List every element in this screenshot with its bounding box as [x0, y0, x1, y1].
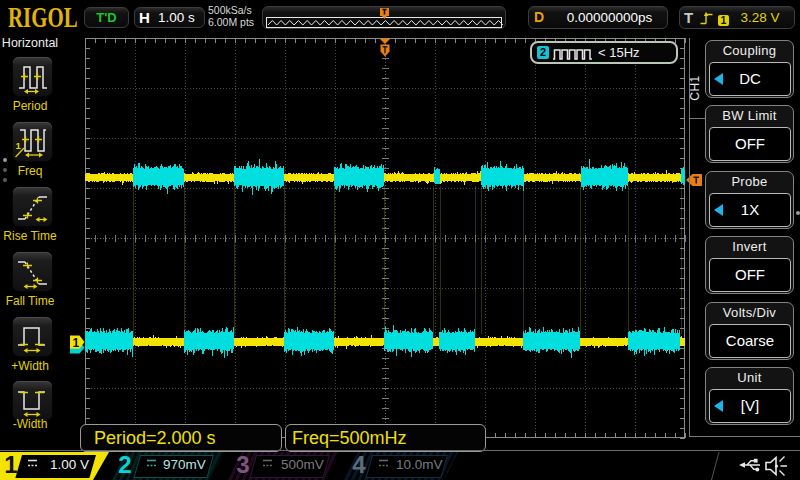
svg-text:1: 1	[73, 336, 80, 350]
